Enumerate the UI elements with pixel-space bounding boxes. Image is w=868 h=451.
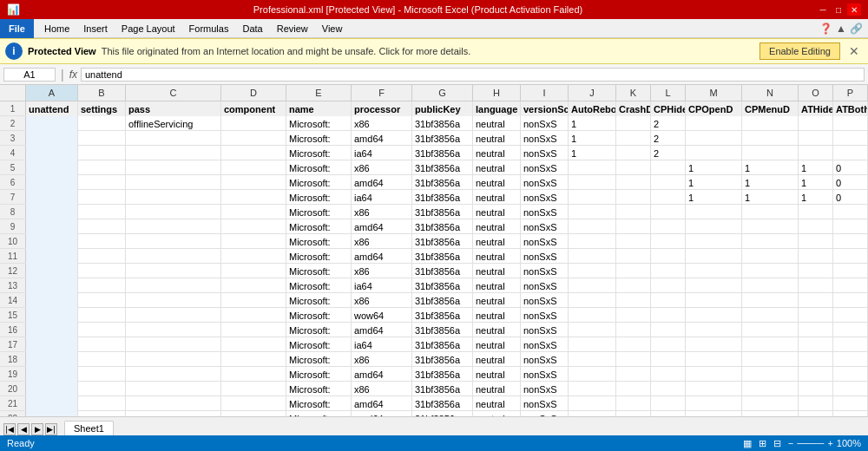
maximize-button[interactable]: □: [832, 3, 845, 16]
cell[interactable]: [569, 264, 616, 278]
cell[interactable]: neutral: [473, 160, 521, 175]
cell[interactable]: [686, 146, 742, 160]
cell[interactable]: Microsoft:: [286, 205, 352, 219]
cell[interactable]: amd64: [352, 367, 412, 382]
cell[interactable]: Microsoft:: [286, 278, 352, 293]
cell[interactable]: [221, 175, 286, 190]
cell[interactable]: [742, 323, 799, 337]
cell[interactable]: Microsoft:: [286, 382, 352, 396]
cell[interactable]: x86: [352, 234, 412, 249]
cell[interactable]: [616, 278, 651, 293]
col-header-b[interactable]: B: [78, 85, 126, 101]
cell[interactable]: [616, 264, 651, 278]
cell[interactable]: x86: [352, 293, 412, 308]
cell[interactable]: [686, 205, 742, 219]
cell[interactable]: AutoRebo: [569, 101, 616, 116]
col-header-k[interactable]: K: [616, 85, 651, 101]
cell[interactable]: [569, 411, 616, 416]
cell[interactable]: 31bf3856a: [412, 382, 473, 396]
cell[interactable]: [833, 308, 868, 323]
cell[interactable]: amd64: [352, 219, 412, 234]
col-header-o[interactable]: O: [799, 85, 833, 101]
cell[interactable]: 31bf3856a: [412, 411, 473, 416]
cell[interactable]: neutral: [473, 190, 521, 205]
page-break-icon[interactable]: ⊟: [773, 438, 781, 449]
cell[interactable]: nonSxS: [521, 396, 569, 411]
cell[interactable]: 1: [569, 131, 616, 146]
cell[interactable]: [221, 264, 286, 278]
col-header-e[interactable]: E: [286, 85, 352, 101]
cell[interactable]: neutral: [473, 234, 521, 249]
cell[interactable]: nonSxS: [521, 337, 569, 352]
cell[interactable]: [651, 293, 686, 308]
cell[interactable]: [651, 205, 686, 219]
cell[interactable]: 1: [686, 160, 742, 175]
cell[interactable]: [616, 131, 651, 146]
cell[interactable]: neutral: [473, 337, 521, 352]
cell[interactable]: 31bf3856a: [412, 249, 473, 264]
cell[interactable]: [799, 308, 833, 323]
cell[interactable]: [799, 367, 833, 382]
cell[interactable]: [126, 205, 221, 219]
cell[interactable]: [799, 396, 833, 411]
menu-review[interactable]: Review: [270, 19, 315, 38]
cell[interactable]: [126, 234, 221, 249]
cell[interactable]: [26, 308, 78, 323]
cell[interactable]: [126, 323, 221, 337]
cell[interactable]: 1: [799, 190, 833, 205]
enable-editing-button[interactable]: Enable Editing: [760, 42, 840, 60]
cell[interactable]: ATBothDe: [833, 101, 868, 116]
cell[interactable]: [126, 131, 221, 146]
cell[interactable]: [833, 337, 868, 352]
cell[interactable]: 31bf3856a: [412, 352, 473, 367]
cell[interactable]: nonSxS: [521, 352, 569, 367]
cell[interactable]: 1: [742, 190, 799, 205]
cell[interactable]: amd64: [352, 131, 412, 146]
cell[interactable]: 31bf3856a: [412, 205, 473, 219]
cell[interactable]: neutral: [473, 293, 521, 308]
cell[interactable]: [742, 249, 799, 264]
cell[interactable]: nonSxS: [521, 264, 569, 278]
cell[interactable]: amd64: [352, 323, 412, 337]
cell[interactable]: 1: [569, 146, 616, 160]
cell[interactable]: [569, 382, 616, 396]
menu-view[interactable]: View: [315, 19, 350, 38]
cell[interactable]: [126, 382, 221, 396]
cell[interactable]: nonSxS: [521, 367, 569, 382]
cell[interactable]: [799, 249, 833, 264]
cell[interactable]: 31bf3856a: [412, 219, 473, 234]
page-layout-icon[interactable]: ⊞: [759, 438, 766, 449]
cell[interactable]: [26, 146, 78, 160]
cell[interactable]: [78, 411, 126, 416]
cell[interactable]: [126, 249, 221, 264]
cell[interactable]: [221, 234, 286, 249]
cell[interactable]: Microsoft:: [286, 249, 352, 264]
cell[interactable]: [616, 116, 651, 131]
cell[interactable]: neutral: [473, 264, 521, 278]
cell[interactable]: nonSxS: [521, 249, 569, 264]
cell[interactable]: [651, 411, 686, 416]
cell[interactable]: Microsoft:: [286, 293, 352, 308]
cell[interactable]: [686, 382, 742, 396]
col-header-a[interactable]: A: [26, 85, 78, 101]
cell[interactable]: nonSxS: [521, 234, 569, 249]
cell[interactable]: CPHideDe: [651, 101, 686, 116]
cell[interactable]: 2: [651, 131, 686, 146]
cell[interactable]: 31bf3856a: [412, 146, 473, 160]
col-header-n[interactable]: N: [742, 85, 799, 101]
cell[interactable]: [799, 323, 833, 337]
cell[interactable]: [742, 293, 799, 308]
cell[interactable]: [569, 234, 616, 249]
cell[interactable]: [833, 382, 868, 396]
cell[interactable]: [221, 352, 286, 367]
cell[interactable]: [569, 308, 616, 323]
cell[interactable]: [742, 367, 799, 382]
cell[interactable]: [78, 234, 126, 249]
cell[interactable]: [833, 219, 868, 234]
cell[interactable]: [126, 308, 221, 323]
cell[interactable]: [221, 116, 286, 131]
cell[interactable]: [833, 234, 868, 249]
menu-insert[interactable]: Insert: [76, 19, 115, 38]
cell[interactable]: [221, 337, 286, 352]
cell[interactable]: [26, 205, 78, 219]
